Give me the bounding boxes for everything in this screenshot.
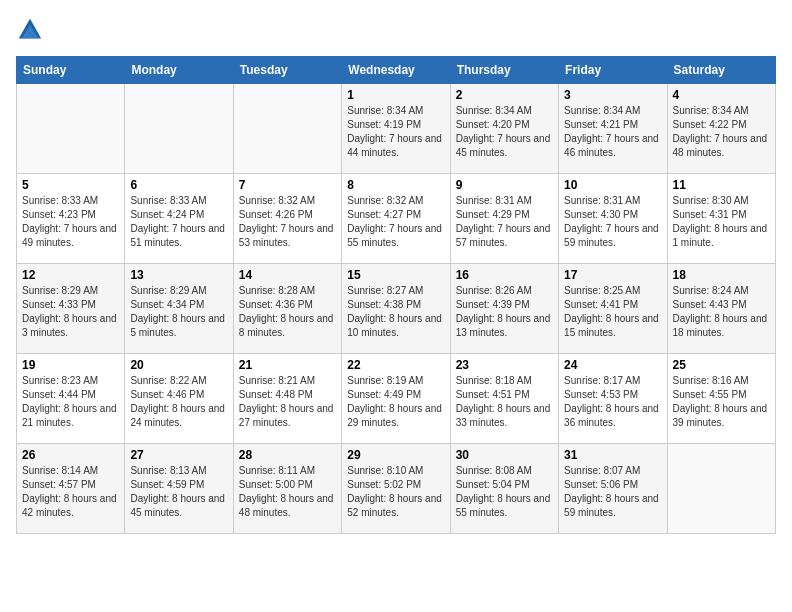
day-number: 7	[239, 178, 336, 192]
week-row-5: 26Sunrise: 8:14 AMSunset: 4:57 PMDayligh…	[17, 444, 776, 534]
day-info: Sunrise: 8:08 AMSunset: 5:04 PMDaylight:…	[456, 464, 553, 520]
day-cell: 25Sunrise: 8:16 AMSunset: 4:55 PMDayligh…	[667, 354, 775, 444]
day-number: 4	[673, 88, 770, 102]
day-number: 17	[564, 268, 661, 282]
day-number: 30	[456, 448, 553, 462]
day-number: 26	[22, 448, 119, 462]
weekday-header-saturday: Saturday	[667, 57, 775, 84]
day-info: Sunrise: 8:32 AMSunset: 4:26 PMDaylight:…	[239, 194, 336, 250]
day-cell	[667, 444, 775, 534]
day-cell: 22Sunrise: 8:19 AMSunset: 4:49 PMDayligh…	[342, 354, 450, 444]
day-number: 24	[564, 358, 661, 372]
day-info: Sunrise: 8:34 AMSunset: 4:19 PMDaylight:…	[347, 104, 444, 160]
day-info: Sunrise: 8:23 AMSunset: 4:44 PMDaylight:…	[22, 374, 119, 430]
day-info: Sunrise: 8:14 AMSunset: 4:57 PMDaylight:…	[22, 464, 119, 520]
day-info: Sunrise: 8:27 AMSunset: 4:38 PMDaylight:…	[347, 284, 444, 340]
day-cell: 6Sunrise: 8:33 AMSunset: 4:24 PMDaylight…	[125, 174, 233, 264]
day-info: Sunrise: 8:19 AMSunset: 4:49 PMDaylight:…	[347, 374, 444, 430]
day-cell: 2Sunrise: 8:34 AMSunset: 4:20 PMDaylight…	[450, 84, 558, 174]
day-cell: 18Sunrise: 8:24 AMSunset: 4:43 PMDayligh…	[667, 264, 775, 354]
day-cell: 5Sunrise: 8:33 AMSunset: 4:23 PMDaylight…	[17, 174, 125, 264]
day-info: Sunrise: 8:26 AMSunset: 4:39 PMDaylight:…	[456, 284, 553, 340]
day-info: Sunrise: 8:31 AMSunset: 4:29 PMDaylight:…	[456, 194, 553, 250]
day-number: 25	[673, 358, 770, 372]
day-number: 27	[130, 448, 227, 462]
day-info: Sunrise: 8:07 AMSunset: 5:06 PMDaylight:…	[564, 464, 661, 520]
day-cell: 27Sunrise: 8:13 AMSunset: 4:59 PMDayligh…	[125, 444, 233, 534]
day-number: 2	[456, 88, 553, 102]
day-cell: 29Sunrise: 8:10 AMSunset: 5:02 PMDayligh…	[342, 444, 450, 534]
day-cell: 7Sunrise: 8:32 AMSunset: 4:26 PMDaylight…	[233, 174, 341, 264]
day-number: 3	[564, 88, 661, 102]
day-number: 14	[239, 268, 336, 282]
day-cell: 30Sunrise: 8:08 AMSunset: 5:04 PMDayligh…	[450, 444, 558, 534]
day-cell: 31Sunrise: 8:07 AMSunset: 5:06 PMDayligh…	[559, 444, 667, 534]
day-number: 9	[456, 178, 553, 192]
day-cell: 20Sunrise: 8:22 AMSunset: 4:46 PMDayligh…	[125, 354, 233, 444]
day-info: Sunrise: 8:18 AMSunset: 4:51 PMDaylight:…	[456, 374, 553, 430]
day-number: 23	[456, 358, 553, 372]
day-info: Sunrise: 8:28 AMSunset: 4:36 PMDaylight:…	[239, 284, 336, 340]
day-cell: 10Sunrise: 8:31 AMSunset: 4:30 PMDayligh…	[559, 174, 667, 264]
day-cell: 9Sunrise: 8:31 AMSunset: 4:29 PMDaylight…	[450, 174, 558, 264]
day-cell: 16Sunrise: 8:26 AMSunset: 4:39 PMDayligh…	[450, 264, 558, 354]
day-number: 6	[130, 178, 227, 192]
day-cell: 17Sunrise: 8:25 AMSunset: 4:41 PMDayligh…	[559, 264, 667, 354]
day-number: 19	[22, 358, 119, 372]
weekday-header-row: SundayMondayTuesdayWednesdayThursdayFrid…	[17, 57, 776, 84]
day-info: Sunrise: 8:32 AMSunset: 4:27 PMDaylight:…	[347, 194, 444, 250]
logo	[16, 16, 48, 44]
day-number: 11	[673, 178, 770, 192]
day-info: Sunrise: 8:25 AMSunset: 4:41 PMDaylight:…	[564, 284, 661, 340]
day-cell: 15Sunrise: 8:27 AMSunset: 4:38 PMDayligh…	[342, 264, 450, 354]
day-cell: 24Sunrise: 8:17 AMSunset: 4:53 PMDayligh…	[559, 354, 667, 444]
day-number: 31	[564, 448, 661, 462]
day-info: Sunrise: 8:17 AMSunset: 4:53 PMDaylight:…	[564, 374, 661, 430]
weekday-header-tuesday: Tuesday	[233, 57, 341, 84]
day-cell: 19Sunrise: 8:23 AMSunset: 4:44 PMDayligh…	[17, 354, 125, 444]
day-number: 1	[347, 88, 444, 102]
week-row-1: 1Sunrise: 8:34 AMSunset: 4:19 PMDaylight…	[17, 84, 776, 174]
day-number: 13	[130, 268, 227, 282]
day-number: 20	[130, 358, 227, 372]
day-cell: 3Sunrise: 8:34 AMSunset: 4:21 PMDaylight…	[559, 84, 667, 174]
day-info: Sunrise: 8:34 AMSunset: 4:21 PMDaylight:…	[564, 104, 661, 160]
day-cell: 12Sunrise: 8:29 AMSunset: 4:33 PMDayligh…	[17, 264, 125, 354]
day-cell: 28Sunrise: 8:11 AMSunset: 5:00 PMDayligh…	[233, 444, 341, 534]
day-number: 15	[347, 268, 444, 282]
day-cell: 21Sunrise: 8:21 AMSunset: 4:48 PMDayligh…	[233, 354, 341, 444]
day-cell	[233, 84, 341, 174]
day-number: 8	[347, 178, 444, 192]
day-number: 5	[22, 178, 119, 192]
day-info: Sunrise: 8:34 AMSunset: 4:20 PMDaylight:…	[456, 104, 553, 160]
day-info: Sunrise: 8:13 AMSunset: 4:59 PMDaylight:…	[130, 464, 227, 520]
day-cell: 13Sunrise: 8:29 AMSunset: 4:34 PMDayligh…	[125, 264, 233, 354]
day-cell: 23Sunrise: 8:18 AMSunset: 4:51 PMDayligh…	[450, 354, 558, 444]
day-cell: 1Sunrise: 8:34 AMSunset: 4:19 PMDaylight…	[342, 84, 450, 174]
day-info: Sunrise: 8:29 AMSunset: 4:33 PMDaylight:…	[22, 284, 119, 340]
day-info: Sunrise: 8:34 AMSunset: 4:22 PMDaylight:…	[673, 104, 770, 160]
calendar: SundayMondayTuesdayWednesdayThursdayFrid…	[16, 56, 776, 534]
week-row-3: 12Sunrise: 8:29 AMSunset: 4:33 PMDayligh…	[17, 264, 776, 354]
day-info: Sunrise: 8:11 AMSunset: 5:00 PMDaylight:…	[239, 464, 336, 520]
day-info: Sunrise: 8:21 AMSunset: 4:48 PMDaylight:…	[239, 374, 336, 430]
day-cell: 4Sunrise: 8:34 AMSunset: 4:22 PMDaylight…	[667, 84, 775, 174]
week-row-2: 5Sunrise: 8:33 AMSunset: 4:23 PMDaylight…	[17, 174, 776, 264]
day-cell	[17, 84, 125, 174]
day-cell: 14Sunrise: 8:28 AMSunset: 4:36 PMDayligh…	[233, 264, 341, 354]
logo-icon	[16, 16, 44, 44]
day-cell: 8Sunrise: 8:32 AMSunset: 4:27 PMDaylight…	[342, 174, 450, 264]
page-header	[16, 16, 776, 44]
day-number: 10	[564, 178, 661, 192]
day-number: 12	[22, 268, 119, 282]
day-cell: 26Sunrise: 8:14 AMSunset: 4:57 PMDayligh…	[17, 444, 125, 534]
day-info: Sunrise: 8:31 AMSunset: 4:30 PMDaylight:…	[564, 194, 661, 250]
day-number: 21	[239, 358, 336, 372]
day-info: Sunrise: 8:24 AMSunset: 4:43 PMDaylight:…	[673, 284, 770, 340]
weekday-header-friday: Friday	[559, 57, 667, 84]
day-cell: 11Sunrise: 8:30 AMSunset: 4:31 PMDayligh…	[667, 174, 775, 264]
day-number: 29	[347, 448, 444, 462]
day-info: Sunrise: 8:29 AMSunset: 4:34 PMDaylight:…	[130, 284, 227, 340]
day-info: Sunrise: 8:33 AMSunset: 4:24 PMDaylight:…	[130, 194, 227, 250]
week-row-4: 19Sunrise: 8:23 AMSunset: 4:44 PMDayligh…	[17, 354, 776, 444]
